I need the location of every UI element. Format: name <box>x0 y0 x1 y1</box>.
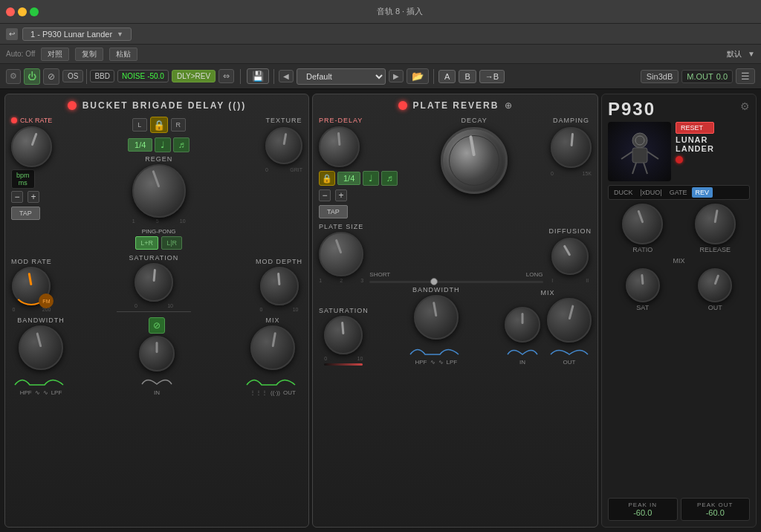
sin3db-btn[interactable]: Sin3dB <box>641 70 679 83</box>
plate-size-knob[interactable] <box>319 232 363 276</box>
compare-btn[interactable]: 对照 <box>41 48 69 61</box>
reset-btn[interactable]: RESET <box>676 122 714 134</box>
peak-in-display: PEAK IN -60.0 <box>608 498 678 521</box>
reverb-power-led[interactable] <box>398 101 407 110</box>
sync-note-btn[interactable]: ♩ <box>155 137 171 152</box>
texture-knob[interactable] <box>265 127 302 164</box>
back-icon[interactable]: ↩ <box>6 28 18 40</box>
bandwidth-arc-reverb <box>407 341 466 357</box>
diffusion-label: DIFFUSION <box>549 227 592 235</box>
mix-label-p930: MIX <box>608 257 750 265</box>
saturation-section: SATURATION 0 10 <box>59 254 248 312</box>
regen-knob[interactable] <box>132 164 186 218</box>
tap-btn-bbd[interactable]: TAP <box>11 207 40 220</box>
default-arrow[interactable]: ▼ <box>748 50 755 58</box>
in-knob-reverb[interactable] <box>505 307 540 343</box>
p930-artwork <box>608 122 671 181</box>
load-btn[interactable]: 📂 <box>407 68 429 84</box>
reverb-title-row: PLATE REVERB ⊕ <box>319 100 592 111</box>
preset-arrow-right[interactable]: ▶ <box>389 70 404 82</box>
in-label-bbd: IN <box>154 389 160 396</box>
bandwidth-knob-reverb[interactable] <box>414 295 459 340</box>
rev-tab[interactable]: REV <box>692 187 713 198</box>
sat-knob-p930[interactable] <box>626 268 660 302</box>
out-knob-reverb[interactable] <box>547 298 592 343</box>
bbd-clk-knob[interactable] <box>11 126 52 167</box>
bandwidth-knob-bbd[interactable] <box>19 325 63 370</box>
sync-2note-reverb[interactable]: ♬ <box>381 171 398 186</box>
phase-btn[interactable]: ⊘ <box>43 68 59 85</box>
lock-btn-bbd[interactable]: 🔒 <box>150 117 168 133</box>
xduo-tab[interactable]: |xDUO| <box>638 187 665 198</box>
ratio-knob[interactable] <box>622 204 663 244</box>
l-btn[interactable]: L <box>132 118 147 132</box>
track-label[interactable]: 1 - P930 Lunar Lander ▼ <box>22 27 132 41</box>
gear-icon-p930[interactable]: ⚙ <box>740 100 750 112</box>
bbd-power-led[interactable] <box>68 101 77 110</box>
bbd-title: BUCKET BRIGADE DELAY (()) <box>82 100 247 111</box>
window-controls <box>6 7 39 16</box>
gear-icon[interactable]: ⚙ <box>6 69 21 84</box>
a-btn[interactable]: A <box>438 70 456 83</box>
svg-line-2 <box>621 152 632 159</box>
release-knob[interactable] <box>695 204 736 244</box>
out-label-reverb: OUT <box>563 359 576 366</box>
sync-display-bbd: 1/4 <box>128 138 152 152</box>
copy-btn[interactable]: 复制 <box>75 48 103 61</box>
os-btn[interactable]: OS <box>62 70 83 82</box>
predelay-plus-btn[interactable]: + <box>335 189 347 201</box>
ratio-label: RATIO <box>632 246 652 253</box>
mix-knob-bbd-in[interactable] <box>139 336 175 372</box>
menu-icon[interactable]: ☰ <box>736 68 755 84</box>
out-arc-reverb <box>547 344 592 357</box>
saturation-label-bbd: SATURATION <box>129 254 179 262</box>
pp-lr2-btn[interactable]: L|R <box>161 236 182 250</box>
damping-label: DAMPING <box>553 117 589 124</box>
saturation-knob-reverb[interactable] <box>324 316 363 354</box>
tap-btn-reverb[interactable]: TAP <box>319 205 348 218</box>
b-btn[interactable]: B <box>459 70 476 83</box>
damping-knob[interactable] <box>551 127 592 168</box>
svg-line-3 <box>647 152 658 159</box>
save-btn[interactable]: 💾 <box>247 68 269 84</box>
gate-tab[interactable]: GATE <box>666 187 691 198</box>
phase-btn-bbd[interactable]: ⊘ <box>149 317 165 334</box>
sat-label-p930: SAT <box>636 304 649 311</box>
lock-btn-reverb[interactable]: 🔒 <box>319 171 335 186</box>
duck-tab[interactable]: DUCK <box>610 187 637 198</box>
bandwidth-arc-bbd <box>11 372 71 388</box>
mod-depth-section: MOD DEPTH 0 10 <box>256 258 302 312</box>
mod-depth-knob[interactable] <box>260 267 299 305</box>
preset-select[interactable]: Default <box>297 68 386 85</box>
svg-line-4 <box>632 163 636 174</box>
predelay-minus-btn[interactable]: − <box>319 189 331 201</box>
in-label-reverb: IN <box>519 359 525 366</box>
clk-plus-btn[interactable]: + <box>27 191 39 203</box>
mix-label-reverb: MIX <box>540 289 554 296</box>
pp-lr-btn[interactable]: L+R <box>135 236 158 250</box>
sync-note-reverb[interactable]: ♩ <box>363 171 379 186</box>
arrows-btn[interactable]: ⇔ <box>218 69 234 83</box>
dly-rev-btn[interactable]: DLY>REV <box>172 70 216 82</box>
release-label: RELEASE <box>699 246 731 253</box>
pre-delay-knob[interactable] <box>319 126 360 167</box>
bbd-btn[interactable]: BBD <box>90 70 114 82</box>
power-btn[interactable]: ⏻ <box>24 68 40 85</box>
r-btn[interactable]: R <box>171 118 186 132</box>
p930-panel: P930 ⚙ RESET LUNAR LANDER <box>601 94 757 528</box>
sync-2note-btn[interactable]: ♬ <box>173 137 190 152</box>
saturation-label-reverb: SATURATION <box>319 307 369 314</box>
reverb-panel: PLATE REVERB ⊕ PRE-DELAY 🔒 1/4 ♩ ♬ − + <box>312 94 598 528</box>
decay-knob[interactable] <box>441 127 508 194</box>
texture-label: TEXTURE <box>265 117 302 124</box>
saturation-knob-bbd[interactable] <box>135 263 173 302</box>
diffusion-knob[interactable] <box>551 238 589 275</box>
copy-ab-btn[interactable]: →B <box>479 70 505 83</box>
clk-rate-label: CLK RATE <box>11 117 52 124</box>
preset-arrow-left[interactable]: ◀ <box>279 70 294 82</box>
clk-minus-btn[interactable]: − <box>11 191 23 203</box>
paste-btn[interactable]: 粘贴 <box>109 48 137 61</box>
pre-delay-label: PRE-DELAY <box>319 117 363 124</box>
out-knob-p930[interactable] <box>698 268 732 302</box>
mix-knob-bbd[interactable] <box>250 325 295 370</box>
